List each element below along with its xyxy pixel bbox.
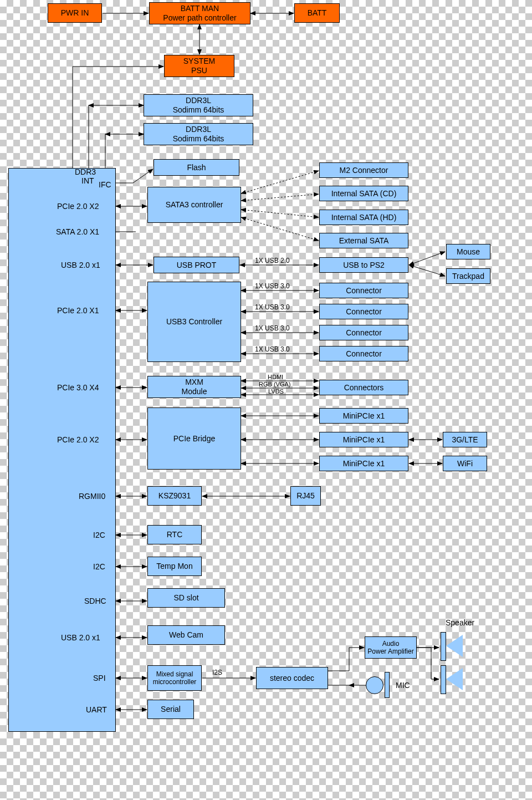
pwr-in-label: PWR IN <box>61 8 89 18</box>
ksz-block: KSZ9031 <box>147 486 202 506</box>
conn2-block: Connector <box>319 304 408 319</box>
pcie-bridge-block: PCIe Bridge <box>147 407 241 470</box>
port-ddr3: DDR3 <box>75 167 96 176</box>
minipcie2-block: MiniPCIe x1 <box>319 432 408 447</box>
speaker-bar-1 <box>441 632 446 661</box>
ksz-label: KSZ9031 <box>158 491 191 501</box>
sata3-block: SATA3 controller <box>147 187 241 223</box>
port-sdhc: SDHC <box>84 597 106 605</box>
wifi-block: WiFi <box>443 456 487 471</box>
sd-slot-block: SD slot <box>147 588 225 608</box>
temp-mon-block: Temp Mon <box>147 557 202 576</box>
m2-label: M2 Connector <box>340 166 388 175</box>
conn1-label: Connector <box>346 286 382 295</box>
minipcie3-label: MiniPCIe x1 <box>343 459 385 468</box>
speaker-icon-2 <box>446 668 463 690</box>
pwr-in-block: PWR IN <box>48 3 102 23</box>
int-sata-hd-label: Internal SATA (HD) <box>331 213 397 222</box>
port-ifc: IFC <box>99 180 111 189</box>
bus-hdmi: HDMI <box>268 374 283 380</box>
soc-block <box>8 168 116 732</box>
int-sata-cd-block: Internal SATA (CD) <box>319 186 408 201</box>
m2-block: M2 Connector <box>319 162 408 178</box>
sd-slot-label: SD slot <box>173 593 198 603</box>
flash-block: Flash <box>154 159 239 176</box>
stereo-codec-label: stereo codec <box>270 674 314 683</box>
speaker-icon-1 <box>446 635 463 657</box>
port-int: INT <box>81 176 94 185</box>
mxm-label: MXM Module <box>182 378 207 396</box>
usb3-ctrl-block: USB3 Controller <box>147 282 241 362</box>
bus-usb30-c: 1X USB 3.0 <box>255 324 290 332</box>
conn3-block: Connector <box>319 325 408 340</box>
ddr2-label: DDR3L Sodimm 64bits <box>173 125 224 144</box>
speaker-label: Speaker <box>446 618 474 627</box>
usb-prot-label: USB PROT <box>177 261 217 270</box>
batt-man-label: BATT MAN Power path controller <box>163 4 236 23</box>
mouse-block: Mouse <box>446 244 490 259</box>
svg-line-20 <box>409 265 445 276</box>
svg-line-15 <box>241 217 319 241</box>
svg-line-14 <box>241 210 319 217</box>
port-pcie20x2-a: PCIe 2.0 X2 <box>57 202 99 211</box>
conn4-label: Connector <box>346 349 382 359</box>
mxm-conn-label: Connectors <box>344 383 384 393</box>
mic-label: MIC <box>396 681 410 690</box>
mouse-label: Mouse <box>457 247 480 257</box>
ext-sata-label: External SATA <box>339 236 389 246</box>
rj45-block: RJ45 <box>290 486 321 506</box>
bus-rgb: RGB (VGA) <box>259 381 290 388</box>
batt-label: BATT <box>308 8 327 18</box>
port-usb20x1-a: USB 2.0 x1 <box>61 261 100 269</box>
webcam-block: Web Cam <box>147 625 225 645</box>
rtc-block: RTC <box>147 525 202 544</box>
minipcie3-block: MiniPCIe x1 <box>319 456 408 471</box>
flash-label: Flash <box>187 163 206 172</box>
stereo-codec-block: stereo codec <box>256 667 328 689</box>
usb-prot-block: USB PROT <box>154 257 239 273</box>
mxm-conn-block: Connectors <box>319 380 408 395</box>
port-usb20x1-b: USB 2.0 x1 <box>61 633 100 642</box>
minipcie1-label: MiniPCIe x1 <box>343 411 385 421</box>
batt-block: BATT <box>294 3 340 23</box>
lte-label: 3G/LTE <box>452 435 478 445</box>
mic-bar <box>385 672 390 698</box>
port-sata20x1: SATA 2.0 X1 <box>56 227 99 236</box>
conn3-label: Connector <box>346 328 382 338</box>
port-spi: SPI <box>93 674 106 682</box>
svg-line-10 <box>133 169 153 183</box>
minipcie2-label: MiniPCIe x1 <box>343 435 385 445</box>
speaker-bar-2 <box>441 665 446 694</box>
usb3-ctrl-label: USB3 Controller <box>166 317 222 327</box>
bus-lvds: LVDS <box>268 388 284 395</box>
bus-i2s: I2S <box>212 669 222 676</box>
int-sata-cd-label: Internal SATA (CD) <box>331 189 397 198</box>
port-pcie30x4: PCIe 3.0 X4 <box>57 383 99 392</box>
minipcie1-block: MiniPCIe x1 <box>319 408 408 424</box>
lte-block: 3G/LTE <box>443 432 487 447</box>
webcam-label: Web Cam <box>169 630 203 640</box>
mxm-block: MXM Module <box>147 376 241 398</box>
ext-sata-block: External SATA <box>319 233 408 248</box>
rtc-label: RTC <box>167 530 183 539</box>
wifi-label: WiFi <box>457 459 473 468</box>
psu-label: SYSTEM PSU <box>183 57 216 75</box>
ddr1-label: DDR3L Sodimm 64bits <box>173 96 224 115</box>
serial-label: Serial <box>161 705 181 714</box>
bus-usb20: 1X USB 2.0 <box>255 257 290 264</box>
usb-ps2-block: USB to PS2 <box>319 257 408 273</box>
port-pcie20x2-b: PCIe 2.0 X2 <box>57 435 99 444</box>
conn4-block: Connector <box>319 346 408 361</box>
trackpad-block: Trackpad <box>446 268 490 284</box>
port-i2c-a: I2C <box>93 531 105 539</box>
serial-block: Serial <box>147 700 194 719</box>
svg-line-12 <box>241 171 319 193</box>
rj45-label: RJ45 <box>296 491 315 501</box>
port-i2c-b: I2C <box>93 562 105 571</box>
svg-line-19 <box>409 252 445 265</box>
ddr1-block: DDR3L Sodimm 64bits <box>144 94 253 116</box>
mic-icon <box>366 676 383 694</box>
sata3-label: SATA3 controller <box>166 200 223 210</box>
usb-ps2-label: USB to PS2 <box>343 261 385 270</box>
batt-man-block: BATT MAN Power path controller <box>149 2 250 24</box>
